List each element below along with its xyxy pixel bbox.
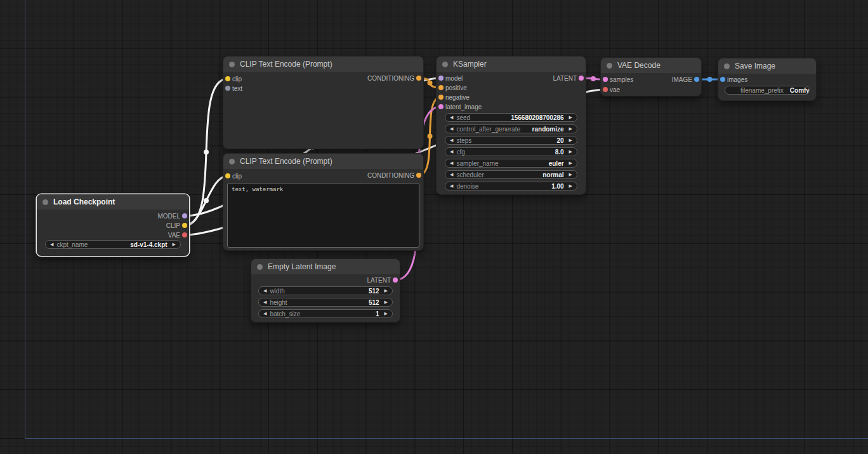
port-label: images (727, 76, 747, 83)
increment-arrow-icon[interactable]: ▶ (173, 241, 176, 248)
vae-port-dot[interactable] (603, 87, 608, 92)
node-title: Save Image (735, 62, 775, 70)
conditioning-port-dot[interactable] (438, 85, 444, 90)
model-port-dot[interactable] (182, 213, 187, 218)
node-title-bar[interactable]: Empty Latent Image (251, 259, 400, 274)
decrement-arrow-icon[interactable]: ◀ (450, 159, 453, 167)
decrement-arrow-icon[interactable]: ◀ (263, 298, 266, 306)
port-label: vae (610, 86, 620, 93)
increment-arrow-icon[interactable]: ▶ (569, 182, 572, 190)
node-title-bar[interactable]: KSampler (437, 57, 586, 72)
decrement-arrow-icon[interactable]: ◀ (450, 148, 453, 156)
port-label: clip (232, 76, 242, 83)
widget-filename-prefix[interactable]: filename_prefix ComfyUI (725, 86, 810, 95)
port-label: VAE (168, 232, 180, 239)
node-title-bar[interactable]: CLIP Text Encode (Prompt) (223, 154, 423, 169)
collapse-dot-icon[interactable] (43, 199, 48, 205)
conditioning-port-dot[interactable] (416, 173, 421, 178)
widget-control-after-generate[interactable]: ◀ control_after_generate randomize ▶ (445, 124, 577, 133)
widget-batch-size[interactable]: ◀ batch_size 1 ▶ (258, 309, 393, 318)
decrement-arrow-icon[interactable]: ◀ (450, 171, 453, 178)
decrement-arrow-icon[interactable]: ◀ (450, 182, 453, 190)
port-label: clip (232, 173, 242, 180)
increment-arrow-icon[interactable]: ▶ (385, 310, 388, 317)
increment-arrow-icon[interactable]: ▶ (569, 171, 572, 178)
node-empty-latent-image[interactable]: Empty Latent Image LATENT ◀ width 512 ▶ … (251, 258, 400, 323)
vae-port-dot[interactable] (182, 232, 187, 237)
node-vae-decode[interactable]: VAE Decode samples vae IMAGE (600, 57, 702, 97)
collapse-dot-icon[interactable] (229, 159, 235, 164)
widget-sampler-name[interactable]: ◀ sampler_name euler ▶ (445, 159, 577, 168)
latent-port-dot[interactable] (393, 277, 398, 283)
output-port-model: MODEL (157, 211, 189, 220)
port-label: model (445, 75, 463, 82)
node-title-bar[interactable]: VAE Decode (601, 58, 701, 73)
node-save-image[interactable]: Save Image images filename_prefix ComfyU… (718, 58, 817, 101)
decrement-arrow-icon[interactable]: ◀ (450, 125, 453, 133)
node-clip-text-encode-1[interactable]: CLIP Text Encode (Prompt) clip text COND… (223, 56, 424, 149)
node-load-checkpoint[interactable]: Load Checkpoint MODEL CLIP VAE ◀ ckpt_na… (36, 194, 190, 257)
conditioning-port-dot[interactable] (438, 95, 444, 100)
node-graph-canvas[interactable]: Load Checkpoint MODEL CLIP VAE ◀ ckpt_na… (0, 0, 868, 454)
increment-arrow-icon[interactable]: ▶ (569, 125, 572, 133)
input-port-negative: negative (437, 93, 470, 102)
widget-ckpt-name[interactable]: ◀ ckpt_name sd-v1-4.ckpt ▶ (45, 240, 181, 249)
decrement-arrow-icon[interactable]: ◀ (450, 114, 453, 121)
increment-arrow-icon[interactable]: ▶ (385, 287, 388, 295)
widget-cfg[interactable]: ◀ cfg 8.0 ▶ (445, 147, 577, 156)
link-midpoint-dot[interactable] (428, 81, 433, 86)
input-port-vae: vae (601, 85, 620, 94)
output-port-vae: VAE (168, 230, 189, 239)
link-midpoint-dot[interactable] (204, 198, 209, 203)
increment-arrow-icon[interactable]: ▶ (569, 137, 572, 144)
input-port-images: images (718, 75, 747, 84)
model-port-dot[interactable] (438, 76, 444, 81)
collapse-dot-icon[interactable] (229, 62, 235, 67)
collapse-dot-icon[interactable] (607, 63, 612, 69)
latent-port-dot[interactable] (603, 77, 608, 82)
latent-port-dot[interactable] (438, 104, 444, 109)
collapse-dot-icon[interactable] (442, 62, 448, 67)
widget-height[interactable]: ◀ height 512 ▶ (258, 298, 393, 307)
output-port-clip: CLIP (166, 221, 189, 230)
decrement-arrow-icon[interactable]: ◀ (450, 137, 453, 144)
output-port-latent: LATENT (367, 276, 400, 284)
decrement-arrow-icon[interactable]: ◀ (263, 310, 266, 317)
port-label: latent_image (445, 103, 482, 110)
widget-denoise[interactable]: ◀ denoise 1.00 ▶ (445, 182, 577, 190)
collapse-dot-icon[interactable] (257, 264, 263, 270)
input-port-text: text (223, 84, 242, 93)
prompt-text-area[interactable]: text, watermark (227, 183, 419, 248)
clip-port-dot[interactable] (225, 173, 230, 178)
latent-port-dot[interactable] (579, 76, 584, 81)
decrement-arrow-icon[interactable]: ◀ (50, 241, 53, 248)
link-midpoint-dot[interactable] (707, 77, 713, 82)
increment-arrow-icon[interactable]: ▶ (569, 148, 572, 156)
widget-width[interactable]: ◀ width 512 ▶ (258, 286, 393, 295)
clip-port-dot[interactable] (182, 223, 187, 228)
increment-arrow-icon[interactable]: ▶ (385, 298, 388, 306)
node-ksampler[interactable]: KSampler model positive negative latent_… (436, 56, 586, 195)
node-title: Load Checkpoint (53, 197, 115, 206)
input-port-clip: clip (223, 171, 242, 180)
port-label: CONDITIONING (367, 75, 414, 82)
image-port-dot[interactable] (694, 77, 699, 82)
clip-port-dot[interactable] (225, 76, 230, 81)
link-midpoint-dot[interactable] (591, 76, 596, 81)
widget-seed[interactable]: ◀ seed 156680208700286 ▶ (445, 113, 577, 122)
node-title-bar[interactable]: CLIP Text Encode (Prompt) (223, 57, 423, 72)
increment-arrow-icon[interactable]: ▶ (569, 159, 572, 167)
text-port-dot[interactable] (225, 86, 230, 91)
node-clip-text-encode-2[interactable]: CLIP Text Encode (Prompt) clip CONDITION… (223, 153, 424, 251)
link-midpoint-dot[interactable] (204, 150, 209, 155)
node-title-bar[interactable]: Load Checkpoint (37, 194, 189, 210)
node-title-bar[interactable]: Save Image (718, 58, 816, 74)
widget-steps[interactable]: ◀ steps 20 ▶ (445, 136, 577, 145)
collapse-dot-icon[interactable] (724, 63, 730, 69)
widget-scheduler[interactable]: ◀ scheduler normal ▶ (445, 170, 577, 179)
increment-arrow-icon[interactable]: ▶ (569, 114, 572, 121)
decrement-arrow-icon[interactable]: ◀ (263, 287, 266, 295)
image-port-dot[interactable] (720, 77, 725, 82)
conditioning-port-dot[interactable] (416, 76, 421, 81)
link-midpoint-dot[interactable] (428, 134, 433, 139)
